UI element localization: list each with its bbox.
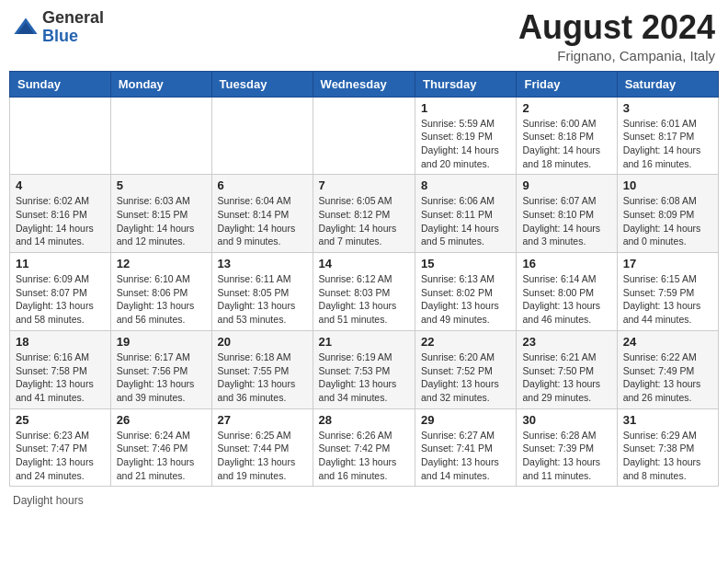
calendar-cell: 10Sunrise: 6:08 AMSunset: 8:09 PMDayligh… bbox=[617, 175, 718, 253]
location-subtitle: Frignano, Campania, Italy bbox=[518, 48, 715, 63]
week-row-5: 25Sunrise: 6:23 AMSunset: 7:47 PMDayligh… bbox=[10, 408, 719, 487]
day-number: 11 bbox=[16, 257, 105, 270]
day-number: 23 bbox=[522, 335, 610, 349]
day-info: Sunrise: 6:06 AMSunset: 8:11 PMDaylight:… bbox=[421, 194, 510, 248]
weekday-header-thursday: Thursday bbox=[415, 71, 517, 97]
calendar-cell: 23Sunrise: 6:21 AMSunset: 7:50 PMDayligh… bbox=[517, 330, 617, 408]
calendar-cell: 31Sunrise: 6:29 AMSunset: 7:38 PMDayligh… bbox=[617, 408, 718, 487]
day-number: 7 bbox=[319, 178, 409, 192]
weekday-header-monday: Monday bbox=[110, 71, 211, 97]
page-header: General Blue August 2024 Frignano, Campa… bbox=[9, 9, 719, 63]
day-info: Sunrise: 6:10 AMSunset: 8:06 PMDaylight:… bbox=[117, 272, 206, 327]
day-info: Sunrise: 5:59 AMSunset: 8:19 PMDaylight:… bbox=[421, 117, 510, 171]
day-info: Sunrise: 6:26 AMSunset: 7:42 PMDaylight:… bbox=[319, 429, 409, 483]
month-year-title: August 2024 bbox=[518, 9, 715, 46]
day-number: 24 bbox=[623, 335, 712, 349]
day-info: Sunrise: 6:03 AMSunset: 8:15 PMDaylight:… bbox=[117, 194, 206, 248]
day-number: 19 bbox=[117, 335, 206, 349]
day-info: Sunrise: 6:24 AMSunset: 7:46 PMDaylight:… bbox=[117, 429, 206, 483]
day-number: 13 bbox=[218, 257, 307, 270]
day-info: Sunrise: 6:22 AMSunset: 7:49 PMDaylight:… bbox=[623, 350, 712, 405]
weekday-header-row: SundayMondayTuesdayWednesdayThursdayFrid… bbox=[10, 71, 719, 97]
week-row-4: 18Sunrise: 6:16 AMSunset: 7:58 PMDayligh… bbox=[10, 330, 719, 408]
day-info: Sunrise: 6:11 AMSunset: 8:05 PMDaylight:… bbox=[218, 272, 307, 327]
calendar-cell: 15Sunrise: 6:13 AMSunset: 8:02 PMDayligh… bbox=[415, 253, 517, 331]
day-number: 6 bbox=[218, 178, 307, 192]
day-info: Sunrise: 6:05 AMSunset: 8:12 PMDaylight:… bbox=[319, 194, 409, 248]
day-info: Sunrise: 6:15 AMSunset: 7:59 PMDaylight:… bbox=[623, 272, 712, 327]
calendar-cell: 24Sunrise: 6:22 AMSunset: 7:49 PMDayligh… bbox=[617, 330, 718, 408]
day-number: 22 bbox=[421, 335, 510, 349]
day-info: Sunrise: 6:19 AMSunset: 7:53 PMDaylight:… bbox=[319, 350, 409, 405]
day-info: Sunrise: 6:07 AMSunset: 8:10 PMDaylight:… bbox=[522, 194, 610, 248]
legend-text: Daylight hours bbox=[13, 494, 84, 507]
day-number: 9 bbox=[522, 178, 610, 192]
day-number: 27 bbox=[218, 413, 307, 427]
calendar-cell: 28Sunrise: 6:26 AMSunset: 7:42 PMDayligh… bbox=[313, 408, 415, 487]
day-info: Sunrise: 6:27 AMSunset: 7:41 PMDaylight:… bbox=[421, 429, 510, 483]
calendar-cell: 22Sunrise: 6:20 AMSunset: 7:52 PMDayligh… bbox=[415, 330, 517, 408]
calendar-cell: 16Sunrise: 6:14 AMSunset: 8:00 PMDayligh… bbox=[517, 253, 617, 331]
weekday-header-saturday: Saturday bbox=[617, 71, 718, 97]
day-number: 17 bbox=[623, 257, 712, 270]
day-info: Sunrise: 6:29 AMSunset: 7:38 PMDaylight:… bbox=[623, 429, 712, 483]
calendar-cell: 9Sunrise: 6:07 AMSunset: 8:10 PMDaylight… bbox=[517, 175, 617, 253]
calendar-cell: 19Sunrise: 6:17 AMSunset: 7:56 PMDayligh… bbox=[110, 330, 211, 408]
day-number: 18 bbox=[16, 335, 105, 349]
weekday-header-friday: Friday bbox=[517, 71, 617, 97]
logo-blue-text: Blue bbox=[42, 28, 104, 46]
day-number: 2 bbox=[522, 101, 610, 115]
day-number: 21 bbox=[319, 335, 409, 349]
calendar-cell: 1Sunrise: 5:59 AMSunset: 8:19 PMDaylight… bbox=[415, 97, 517, 175]
weekday-header-wednesday: Wednesday bbox=[313, 71, 415, 97]
calendar-cell: 17Sunrise: 6:15 AMSunset: 7:59 PMDayligh… bbox=[617, 253, 718, 331]
calendar-cell bbox=[211, 97, 313, 175]
day-info: Sunrise: 6:16 AMSunset: 7:58 PMDaylight:… bbox=[16, 350, 105, 405]
day-info: Sunrise: 6:21 AMSunset: 7:50 PMDaylight:… bbox=[522, 350, 610, 405]
day-number: 3 bbox=[623, 101, 712, 115]
day-info: Sunrise: 6:17 AMSunset: 7:56 PMDaylight:… bbox=[117, 350, 206, 405]
day-info: Sunrise: 6:28 AMSunset: 7:39 PMDaylight:… bbox=[522, 429, 610, 483]
weekday-header-sunday: Sunday bbox=[10, 71, 111, 97]
day-number: 16 bbox=[522, 257, 610, 270]
day-number: 26 bbox=[117, 413, 206, 427]
week-row-1: 1Sunrise: 5:59 AMSunset: 8:19 PMDaylight… bbox=[10, 97, 719, 175]
calendar-cell: 29Sunrise: 6:27 AMSunset: 7:41 PMDayligh… bbox=[415, 408, 517, 487]
day-info: Sunrise: 6:13 AMSunset: 8:02 PMDaylight:… bbox=[421, 272, 510, 327]
day-info: Sunrise: 6:00 AMSunset: 8:18 PMDaylight:… bbox=[522, 117, 610, 171]
day-number: 12 bbox=[117, 257, 206, 270]
day-info: Sunrise: 6:04 AMSunset: 8:14 PMDaylight:… bbox=[218, 194, 307, 248]
day-info: Sunrise: 6:18 AMSunset: 7:55 PMDaylight:… bbox=[218, 350, 307, 405]
title-block: August 2024 Frignano, Campania, Italy bbox=[518, 9, 715, 63]
calendar-cell bbox=[313, 97, 415, 175]
day-number: 15 bbox=[421, 257, 510, 270]
calendar-cell: 3Sunrise: 6:01 AMSunset: 8:17 PMDaylight… bbox=[617, 97, 718, 175]
day-info: Sunrise: 6:09 AMSunset: 8:07 PMDaylight:… bbox=[16, 272, 105, 327]
calendar-cell: 13Sunrise: 6:11 AMSunset: 8:05 PMDayligh… bbox=[211, 253, 313, 331]
logo-general-text: General bbox=[42, 9, 104, 28]
calendar-cell: 18Sunrise: 6:16 AMSunset: 7:58 PMDayligh… bbox=[10, 330, 111, 408]
logo-icon bbox=[13, 15, 39, 40]
calendar-cell: 11Sunrise: 6:09 AMSunset: 8:07 PMDayligh… bbox=[10, 253, 111, 331]
calendar-table: SundayMondayTuesdayWednesdayThursdayFrid… bbox=[9, 71, 719, 488]
day-number: 4 bbox=[16, 178, 105, 192]
day-info: Sunrise: 6:08 AMSunset: 8:09 PMDaylight:… bbox=[623, 194, 712, 248]
calendar-cell: 27Sunrise: 6:25 AMSunset: 7:44 PMDayligh… bbox=[211, 408, 313, 487]
day-number: 5 bbox=[117, 178, 206, 192]
day-number: 30 bbox=[522, 413, 610, 427]
calendar-cell: 6Sunrise: 6:04 AMSunset: 8:14 PMDaylight… bbox=[211, 175, 313, 253]
day-info: Sunrise: 6:01 AMSunset: 8:17 PMDaylight:… bbox=[623, 117, 712, 171]
week-row-2: 4Sunrise: 6:02 AMSunset: 8:16 PMDaylight… bbox=[10, 175, 719, 253]
calendar-cell: 20Sunrise: 6:18 AMSunset: 7:55 PMDayligh… bbox=[211, 330, 313, 408]
day-info: Sunrise: 6:14 AMSunset: 8:00 PMDaylight:… bbox=[522, 272, 610, 327]
calendar-cell: 8Sunrise: 6:06 AMSunset: 8:11 PMDaylight… bbox=[415, 175, 517, 253]
calendar-cell: 21Sunrise: 6:19 AMSunset: 7:53 PMDayligh… bbox=[313, 330, 415, 408]
calendar-cell: 7Sunrise: 6:05 AMSunset: 8:12 PMDaylight… bbox=[313, 175, 415, 253]
weekday-header-tuesday: Tuesday bbox=[211, 71, 313, 97]
day-number: 14 bbox=[319, 257, 409, 270]
logo: General Blue bbox=[13, 9, 104, 46]
day-info: Sunrise: 6:12 AMSunset: 8:03 PMDaylight:… bbox=[319, 272, 409, 327]
day-info: Sunrise: 6:20 AMSunset: 7:52 PMDaylight:… bbox=[421, 350, 510, 405]
calendar-cell: 4Sunrise: 6:02 AMSunset: 8:16 PMDaylight… bbox=[10, 175, 111, 253]
calendar-cell: 2Sunrise: 6:00 AMSunset: 8:18 PMDaylight… bbox=[517, 97, 617, 175]
